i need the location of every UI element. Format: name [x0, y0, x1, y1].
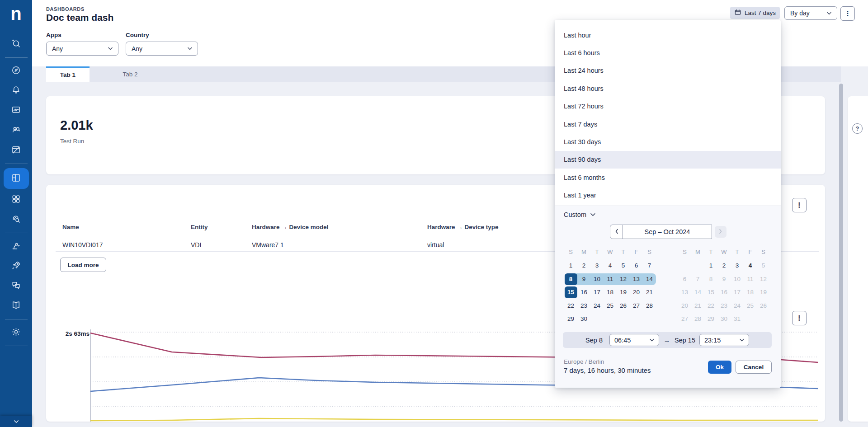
calendar-day[interactable]: 17 [590, 286, 604, 300]
kpi-value: 2.01k [60, 118, 93, 133]
calendar-day[interactable]: 21 [643, 286, 656, 300]
calendar-day[interactable]: 1 [704, 259, 717, 273]
chevron-left-icon [615, 228, 618, 236]
preset-option[interactable]: Last 24 hours [555, 62, 781, 80]
calendar-day[interactable]: 3 [590, 259, 604, 273]
calendar-day[interactable]: 8 [564, 272, 577, 286]
calendar-day[interactable]: 29 [564, 313, 577, 326]
weekday-header: S [643, 246, 656, 258]
calendar-day[interactable]: 30 [577, 313, 590, 326]
calendar-day: 18 [744, 286, 757, 300]
calendar-day[interactable]: 22 [564, 299, 577, 313]
sidebar: n [0, 0, 32, 427]
cancel-button[interactable]: Cancel [736, 361, 772, 374]
calendar-day[interactable]: 24 [590, 299, 604, 313]
load-more-button[interactable]: Load more [60, 258, 106, 272]
calendar-day [691, 259, 704, 273]
sidebar-item-dashboards[interactable] [4, 168, 29, 189]
calendar-day[interactable]: 16 [577, 286, 590, 300]
calendar-day[interactable]: 28 [643, 299, 656, 313]
chevron-down-icon [740, 338, 744, 342]
calendar-day[interactable]: 14 [643, 272, 656, 286]
time-range-button[interactable]: Last 7 days [730, 7, 780, 19]
sidebar-item-settings[interactable] [4, 323, 29, 343]
weekday-header: S [757, 246, 770, 258]
preset-option[interactable]: Last 90 days [555, 151, 781, 169]
calendar-day[interactable]: 7 [643, 259, 656, 273]
aggregation-select[interactable]: By day [784, 6, 837, 20]
calendar-month-range-label[interactable]: Sep – Oct 2024 [623, 225, 712, 239]
sidebar-item-automation-arm[interactable] [4, 236, 29, 256]
sidebar-item-widgets[interactable] [4, 190, 29, 210]
preset-option[interactable]: Last 1 year [555, 187, 781, 204]
app-logo[interactable]: n [0, 0, 32, 27]
preset-option[interactable]: Last 30 days [555, 133, 781, 150]
preset-option[interactable]: Last 72 hours [555, 98, 781, 115]
table-widget-kebab-button[interactable]: ⋮ [792, 198, 807, 212]
tab-1[interactable]: Tab 1 [46, 66, 90, 82]
calendar-prev-month-button[interactable] [610, 225, 623, 239]
calendar-day[interactable]: 25 [604, 299, 617, 313]
calendar-day[interactable]: 3 [731, 259, 744, 273]
calendar-day[interactable]: 19 [617, 286, 630, 300]
tab-2[interactable]: Tab 2 [90, 66, 171, 82]
dashboards-icon [11, 173, 21, 185]
calendar-day[interactable]: 23 [577, 299, 590, 313]
calendar-divider [668, 249, 668, 325]
start-time-select[interactable]: 06:45 [609, 334, 659, 346]
country-filter-select[interactable]: Any [126, 42, 198, 56]
calendar-day[interactable]: 11 [604, 272, 617, 286]
calendar-day[interactable]: 20 [630, 286, 643, 300]
chevron-down-icon [590, 213, 595, 216]
sidebar-divider [5, 346, 28, 346]
calendar-day[interactable]: 13 [630, 272, 643, 286]
ok-button[interactable]: Ok [708, 361, 731, 374]
calendar-day[interactable]: 15 [564, 286, 577, 300]
sidebar-item-people-search[interactable] [4, 121, 29, 141]
sidebar-item-book[interactable] [4, 296, 29, 316]
preset-option[interactable]: Last 6 hours [555, 44, 781, 61]
sidebar-collapse-button[interactable] [0, 416, 32, 427]
calendar-day[interactable]: 10 [590, 272, 604, 286]
sidebar-item-compass[interactable] [4, 61, 29, 81]
sidebar-item-calendar-slash[interactable] [4, 141, 29, 160]
calendar-day[interactable]: 6 [630, 259, 643, 273]
settings-icon [11, 327, 21, 339]
header-kebab-menu-button[interactable]: ⋮ [840, 6, 855, 21]
breadcrumb: DASHBOARDS [46, 6, 85, 12]
preset-option[interactable]: Last 6 months [555, 169, 781, 186]
calendar-day[interactable]: 2 [577, 259, 590, 273]
sidebar-item-sparkle-search[interactable] [4, 34, 29, 54]
vertical-scrollbar[interactable] [839, 84, 843, 422]
table-header: Hardware → Device model [252, 224, 329, 230]
help-icon[interactable]: ? [852, 123, 863, 134]
preset-option[interactable]: Last hour [555, 26, 781, 44]
calendar-day: 15 [704, 286, 717, 300]
sidebar-item-monitor-pulse[interactable] [4, 101, 29, 121]
end-time-select[interactable]: 23:15 [699, 334, 749, 346]
automation-arm-icon [11, 240, 21, 253]
apps-filter-select[interactable]: Any [46, 42, 118, 56]
calendar-day[interactable]: 1 [564, 259, 577, 273]
custom-section-toggle[interactable]: Custom [564, 211, 595, 218]
preset-option[interactable]: Last 48 hours [555, 80, 781, 97]
chart-widget-kebab-button[interactable]: ⋮ [792, 311, 807, 325]
calendar-day[interactable]: 18 [604, 286, 617, 300]
sidebar-item-chat[interactable] [4, 276, 29, 296]
calendar-day[interactable]: 4 [744, 259, 757, 273]
sidebar-item-rocket[interactable] [4, 256, 29, 276]
calendar-day[interactable]: 2 [717, 259, 731, 273]
calendar-day: 20 [678, 299, 691, 313]
preset-option[interactable]: Last 7 days [555, 115, 781, 133]
calendar-day[interactable]: 27 [630, 299, 643, 313]
filter-label-apps: Apps [46, 32, 61, 38]
calendar-day[interactable]: 5 [617, 259, 630, 273]
calendar-day[interactable]: 26 [617, 299, 630, 313]
sidebar-item-fingerprint-search[interactable] [4, 210, 29, 230]
weekday-header: M [577, 246, 590, 258]
sidebar-item-bell[interactable] [4, 81, 29, 101]
calendar-day[interactable]: 9 [577, 272, 590, 286]
calendar-day[interactable]: 12 [617, 272, 630, 286]
sidebar-divider [5, 233, 28, 233]
calendar-day[interactable]: 4 [604, 259, 617, 273]
